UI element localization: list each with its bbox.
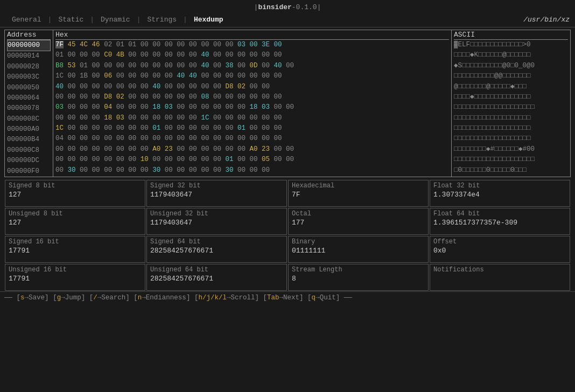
title-separator-right: | [317, 3, 321, 11]
ascii-row: □□□□□□□□□□□□□□□□□□□ [454, 134, 568, 144]
label-binary: Binary [292, 238, 315, 246]
ascii-header: ASCII [454, 30, 568, 40]
status-desc: Scroll [230, 294, 255, 302]
label-octal: Octal [292, 210, 311, 218]
status-desc: Jump [65, 294, 81, 302]
status-key[interactable]: / [93, 294, 97, 302]
hex-column[interactable]: Hex 7F 45 4C 46 02 01 01 00 00 00 00 00 … [53, 30, 452, 177]
hex-row: 40 00 00 00 00 00 00 00 40 00 00 00 00 0… [55, 82, 449, 92]
address-row[interactable]: 00000014 [7, 51, 51, 61]
ascii-row: □□□□□□□□□□□□□□□□□□□ [454, 123, 568, 134]
status-key[interactable]: Tab [267, 294, 279, 302]
status-bracket-close: ] [45, 294, 49, 302]
label-float-64bit: Float 64 bit [433, 210, 480, 218]
status-items: [s→Save] [g→Jump] [/→Search] [n→Endianne… [17, 294, 340, 302]
label-notifications: Notifications [433, 266, 484, 274]
address-row[interactable]: 000000A0 [7, 124, 51, 135]
status-key[interactable]: s [20, 294, 25, 302]
status-separator [259, 294, 263, 302]
panel-unsigned-64bit: Unsigned 64 bit 282584257676671 [146, 264, 287, 291]
status-arrow: → [61, 294, 65, 302]
status-separator [190, 294, 194, 302]
status-desc: Quit [320, 294, 336, 302]
ascii-row: □□□□□□□□□□□□□□□□□□□ [454, 113, 568, 123]
app-name: binsider [258, 3, 291, 11]
label-unsigned-64bit: Unsigned 64 bit [150, 266, 208, 274]
value-unsigned-32bit: 1179403647 [150, 219, 283, 227]
address-row[interactable]: 000000B4 [7, 135, 51, 145]
hex-row: 00 00 00 00 00 00 00 00 A0 23 00 00 00 0… [55, 144, 449, 155]
value-hexadecimal: 7F [292, 191, 425, 199]
tab-bar: General | Static | Dynamic | Strings | H… [0, 12, 575, 27]
label-unsigned-8bit: Unsigned 8 bit [9, 210, 63, 218]
ascii-row: □□□□□□□□□□@@□□□□□□□ [454, 71, 568, 81]
status-bracket-close: ] [336, 294, 340, 302]
value-unsigned-16bit: 17791 [9, 275, 142, 283]
address-row[interactable]: 00000000 [7, 40, 51, 51]
ascii-row: □□□□◆K□□□□□□@□□□□□□ [454, 50, 568, 60]
panel-unsigned-32bit: Unsigned 32 bit 1179403647 [146, 208, 287, 235]
hex-row: 00 00 00 00 18 03 00 00 00 00 00 00 1C 0… [55, 113, 449, 123]
status-desc: Search [101, 294, 125, 302]
status-separator [85, 294, 89, 302]
value-signed-32bit: 1179403647 [150, 191, 283, 199]
address-row[interactable]: 00000078 [7, 103, 51, 114]
hex-row: 1C 00 00 00 00 00 00 00 01 00 00 00 00 0… [55, 123, 449, 134]
label-unsigned-16bit: Unsigned 16 bit [9, 266, 67, 274]
address-row[interactable]: 000000DC [7, 156, 51, 166]
hexdump-panel: Address 0000000000000014000000280000003C… [4, 30, 571, 177]
address-header: Address [7, 30, 51, 40]
panel-unsigned-16bit: Unsigned 16 bit 17791 [5, 264, 145, 291]
status-bracket-close: ] [125, 294, 130, 302]
status-arrow: → [315, 294, 320, 302]
tab-static[interactable]: Static [52, 15, 90, 25]
value-octal: 177 [292, 219, 425, 227]
label-hexadecimal: Hexadecimal [292, 182, 334, 190]
status-arrow: → [279, 294, 284, 302]
value-unsigned-8bit: 127 [9, 219, 142, 227]
panel-signed-32bit: Signed 32 bit 1179403647 [146, 180, 287, 207]
app-version: 0.1.0 [296, 3, 317, 11]
status-bracket-close: ] [299, 294, 304, 302]
ascii-row: □□□□◆□□□□□□□□□□□□□□ [454, 92, 568, 102]
address-row[interactable]: 00000050 [7, 83, 51, 93]
panel-signed-16bit: Signed 16 bit 17791 [5, 236, 145, 263]
status-key[interactable]: q [312, 294, 316, 302]
label-signed-8bit: Signed 8 bit [9, 182, 55, 190]
tab-dynamic[interactable]: Dynamic [94, 15, 137, 25]
status-desc: Endianness [146, 294, 186, 302]
panel-stream-length: Stream Length 8 [288, 264, 429, 291]
address-row[interactable]: 00000064 [7, 93, 51, 103]
panel-binary: Binary 01111111 [288, 236, 429, 263]
value-signed-8bit: 127 [9, 191, 142, 199]
address-row[interactable]: 00000028 [7, 62, 51, 72]
panel-unsigned-8bit: Unsigned 8 bit 127 [5, 208, 145, 235]
hex-row: 00 00 00 00 00 00 00 10 00 00 00 00 00 0… [55, 155, 449, 165]
address-row[interactable]: 0000008C [7, 114, 51, 124]
ascii-row: ◆S□□□□□□□□□□@0□0_0@0 [454, 61, 568, 71]
hex-row: 04 00 00 00 00 00 00 00 00 00 00 00 00 0… [55, 134, 449, 144]
status-desc: Next [283, 294, 299, 302]
status-desc: Save [29, 294, 45, 302]
status-bar: —— [s→Save] [g→Jump] [/→Search] [n→Endia… [0, 291, 575, 304]
panel-hexadecimal: Hexadecimal 7F [288, 180, 429, 207]
status-key[interactable]: h/j/k/l [198, 294, 227, 302]
main: Address 0000000000000014000000280000003C… [0, 27, 575, 291]
tab-general[interactable]: General [5, 15, 48, 25]
ascii-row: □□□□□□□□◆#□□□□□□◆#00 [454, 144, 568, 155]
filepath: /usr/bin/xz [523, 16, 570, 24]
ascii-row: ▓ELF□□□□□□□□□□□□□>0 [454, 40, 568, 50]
hex-row: 00 00 00 00 D8 02 00 00 00 00 00 00 08 0… [55, 92, 449, 102]
address-row[interactable]: 000000C8 [7, 145, 51, 156]
address-row[interactable]: 0000003C [7, 72, 51, 82]
status-bracket: [ [134, 294, 138, 302]
tab-strings[interactable]: Strings [141, 15, 183, 25]
tab-hexdump[interactable]: Hexdump [187, 15, 230, 25]
label-unsigned-32bit: Unsigned 32 bit [150, 210, 208, 218]
hex-header: Hex [55, 30, 449, 40]
panel-float-64bit: Float 64 bit 1.3961517377357e-309 [430, 208, 570, 235]
address-row[interactable]: 000000F0 [7, 166, 51, 177]
ascii-rows: ▓ELF□□□□□□□□□□□□□>0□□□□◆K□□□□□□@□□□□□□◆S… [454, 40, 568, 176]
status-dash-left: —— [4, 294, 12, 302]
value-stream-length: 8 [292, 275, 425, 283]
